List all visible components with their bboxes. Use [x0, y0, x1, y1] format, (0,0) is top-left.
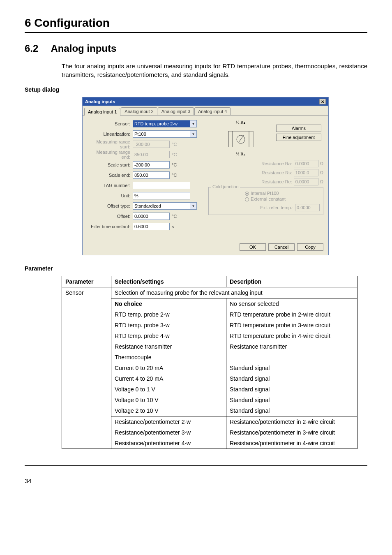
scale-start-label: Scale start: [88, 162, 133, 167]
filter-time-constant-label: Filter time constant: [88, 224, 133, 229]
parameter-table: Parameter Selection/settings Description… [62, 276, 357, 449]
resistance-ra-label: Resistance Ra: [261, 161, 292, 166]
unit-c: °C [172, 152, 177, 157]
td-sel: Resistance/potentiometer 2-w [111, 416, 226, 428]
footer-rule [25, 465, 367, 466]
unit-s: s [172, 224, 174, 229]
close-icon[interactable]: ✕ [319, 99, 326, 104]
td-sel: Voltage 0 to 10 V [111, 395, 226, 405]
measuring-range-end-input [133, 151, 170, 158]
td-desc: Resistance/potentiometer in 3-wire circu… [226, 427, 357, 438]
ohm-unit: Ω [320, 170, 323, 175]
radio-external-constant [245, 197, 249, 201]
offset-input[interactable] [133, 213, 170, 220]
td-desc: No sensor selected [226, 298, 357, 310]
offset-type-select[interactable] [133, 202, 190, 210]
resistance-ra-input [294, 160, 318, 167]
parameter-subhead: Parameter [25, 265, 367, 272]
td-desc: Resistance/potentiometer in 2-wire circu… [226, 416, 357, 428]
sensor-label: Sensor: [88, 121, 133, 126]
measuring-range-end-label: Measuring range end: [88, 150, 133, 160]
td-sel: No choice [111, 298, 226, 310]
ohm-unit: Ω [320, 179, 323, 184]
sensor-select[interactable] [133, 120, 190, 127]
linearization-select[interactable] [133, 130, 190, 138]
unit-input[interactable] [133, 192, 190, 199]
wiring-diagram: ½ R₁ ½ R₁ [208, 120, 273, 157]
td-desc: Resistance/potentiometer in 4-wire circu… [226, 438, 357, 449]
td-desc: Resistance transmitter [226, 341, 357, 352]
title-rule [25, 32, 367, 33]
resistance-re-input [294, 178, 318, 185]
cancel-button[interactable]: Cancel [268, 243, 295, 251]
setup-dialog-subhead: Setup dialog [25, 86, 367, 93]
fine-adjustment-button[interactable]: Fine adjustment [276, 134, 321, 141]
unit-c: °C [172, 162, 177, 167]
scale-end-input[interactable] [133, 171, 170, 179]
dialog-left-column: Sensor: ▼ Linearization: ▼ Measuring ran… [88, 120, 203, 233]
td-desc: RTD temperature probe in 4-wire circuit [226, 331, 357, 341]
td-sel: RTD temp. probe 3-w [111, 320, 226, 331]
scale-start-input[interactable] [133, 161, 170, 169]
filter-time-constant-input[interactable] [133, 223, 170, 230]
td-desc: RTD temperature probe in 2-wire circuit [226, 309, 357, 320]
section-name: Analog inputs [51, 43, 116, 54]
td-desc: RTD temperature probe in 3-wire circuit [226, 320, 357, 331]
tag-number-input[interactable] [133, 182, 190, 189]
section-heading: 6.2 Analog inputs [25, 43, 367, 54]
dialog-titlebar: Analog inputs ✕ [83, 97, 328, 106]
resistance-rs-input [294, 169, 318, 176]
th-description: Description [226, 276, 357, 287]
copy-button[interactable]: Copy [297, 243, 323, 251]
tag-number-label: TAG number: [88, 183, 133, 188]
measuring-range-start-input [133, 141, 170, 148]
td-sensor-span: Selection of measuring probe for the rel… [111, 287, 357, 298]
radio-internal-pt100 [245, 192, 249, 196]
td-sensor: Sensor [62, 287, 111, 449]
td-desc: Standard signal [226, 384, 357, 395]
tab-analog-input-4[interactable]: Analog input 4 [194, 107, 231, 115]
ext-refer-temp-label: Ext. refer. temp.: [260, 205, 293, 210]
th-selection: Selection/settings [111, 276, 226, 287]
td-desc: Standard signal [226, 373, 357, 384]
linearization-label: Linearization: [88, 132, 133, 136]
td-sel: Current 4 to 20 mA [111, 373, 226, 384]
offset-type-label: Offset type: [88, 204, 133, 208]
ext-refer-temp-input [295, 204, 320, 211]
unit-c: °C [172, 214, 177, 219]
chevron-down-icon[interactable]: ▼ [190, 120, 197, 127]
svg-line-4 [239, 135, 244, 142]
radio-external-label: External constant [251, 197, 286, 201]
dialog-title-text: Analog inputs [85, 99, 115, 104]
tab-analog-input-3[interactable]: Analog input 3 [158, 107, 194, 115]
analog-inputs-dialog: Analog inputs ✕ Analog input 1 Analog in… [82, 97, 329, 255]
td-desc [226, 352, 357, 363]
td-sel: RTD temp. probe 2-w [111, 309, 226, 320]
rtd-diagram-icon [226, 129, 255, 147]
tab-analog-input-2[interactable]: Analog input 2 [121, 107, 157, 115]
td-sel: Resistance transmitter [111, 341, 226, 352]
unit-c: °C [172, 142, 177, 147]
chevron-down-icon[interactable]: ▼ [190, 202, 197, 210]
th-parameter: Parameter [62, 276, 111, 287]
td-desc: Standard signal [226, 363, 357, 373]
td-sel: RTD temp. probe 4-w [111, 331, 226, 341]
chevron-down-icon[interactable]: ▼ [190, 130, 197, 138]
alarms-button[interactable]: Alarms [276, 125, 321, 132]
td-desc: Standard signal [226, 395, 357, 405]
ok-button[interactable]: OK [240, 243, 266, 251]
td-sel: Voltage 0 to 1 V [111, 384, 226, 395]
half-r1-label: ½ R₁ [236, 151, 245, 157]
td-sel: Thermocouple [111, 352, 226, 363]
dialog-right-column: ½ R₁ ½ R₁ Alarms Fine adjustment [208, 120, 323, 233]
td-sel: Resistance/potentiometer 4-w [111, 438, 226, 449]
tab-analog-input-1[interactable]: Analog input 1 [84, 108, 120, 116]
resistance-re-label: Resistance Re: [261, 179, 292, 184]
intro-paragraph: The four analog inputs are universal mea… [62, 62, 367, 79]
tabstrip: Analog input 1 Analog input 2 Analog inp… [83, 106, 328, 116]
scale-end-label: Scale end: [88, 173, 133, 178]
offset-label: Offset: [88, 214, 133, 219]
half-r1-label: ½ R₁ [236, 120, 245, 125]
dialog-footer: OK Cancel Copy [83, 240, 328, 255]
measuring-range-start-label: Measuring range start: [88, 139, 133, 149]
